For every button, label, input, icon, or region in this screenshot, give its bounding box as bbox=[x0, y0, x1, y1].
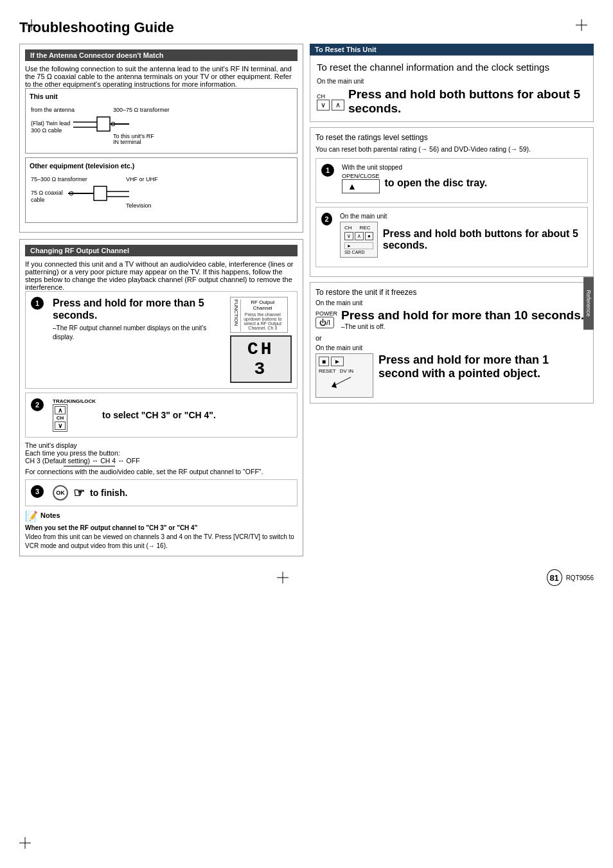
ch-display-box: CH 3 bbox=[230, 335, 292, 383]
antenna-header: If the Antenna Connector doesn't Match bbox=[25, 49, 298, 61]
page-footer: 81 RQT9056 bbox=[19, 569, 594, 586]
svg-text:VHF or UHF: VHF or UHF bbox=[126, 176, 158, 182]
ratings-description: You can reset both parental rating (→ 56… bbox=[315, 145, 588, 154]
rf-header: Changing RF Output Channel bbox=[25, 245, 298, 256]
antenna-description: Use the following connection to suit the… bbox=[25, 65, 298, 88]
ratings-step2-instruction: Press and hold both buttons for about 5 … bbox=[383, 228, 582, 251]
ch-down-btn[interactable]: ∨ bbox=[317, 100, 330, 111]
tracking-label: TRACKING/LOCK bbox=[53, 398, 96, 404]
rf-step3-content: 3 OK ☞ to finish. bbox=[31, 485, 292, 500]
unit-rec-btn[interactable]: ● bbox=[365, 232, 373, 240]
rec-label-unit: REC bbox=[360, 225, 371, 231]
notes-title: Notes bbox=[40, 511, 60, 519]
restore-section: To restore the unit if it freezes On the… bbox=[310, 282, 594, 403]
rf-step1-diagram: FUNCTION RF Output Channel Press the cha… bbox=[230, 297, 292, 383]
rf-step2: 2 TRACKING/LOCK ∧ CH ∨ bbox=[25, 393, 298, 438]
channel-reset-instruction: Press and hold both buttons for about 5 … bbox=[348, 87, 587, 117]
play-btn2[interactable]: ► bbox=[331, 357, 344, 366]
ch-up-btn[interactable]: ∧ bbox=[332, 100, 344, 111]
rf-step2-content: 2 TRACKING/LOCK ∧ CH ∨ bbox=[31, 398, 292, 432]
on-main-unit-2: On the main unit bbox=[340, 213, 582, 220]
ch-label-unit: CH bbox=[344, 225, 352, 231]
power-text-label: POWER bbox=[315, 310, 337, 317]
reset-label: RESET bbox=[319, 368, 336, 374]
ratings-step1-num: 1 bbox=[321, 164, 334, 177]
ratings-step1: 1 With the unit stopped OPEN/CLOSE ▲ to … bbox=[315, 158, 588, 203]
rf-step1-body: Press and hold for more than 5 seconds. … bbox=[53, 297, 292, 383]
channel-reset-box: To reset the channel information and the… bbox=[310, 55, 594, 122]
ratings-step1-row: 1 With the unit stopped OPEN/CLOSE ▲ to … bbox=[321, 164, 582, 193]
rf-step1-sub: –The RF output channel number displays o… bbox=[53, 324, 225, 342]
ratings-step1-body: With the unit stopped OPEN/CLOSE ▲ to op… bbox=[342, 164, 487, 193]
step1-number: 1 bbox=[31, 297, 44, 310]
pointed-instruction: Press and hold for more than 1 second wi… bbox=[378, 353, 588, 381]
power-button[interactable]: ⏻/I bbox=[315, 317, 334, 328]
rf-step1: 1 Press and hold for more than 5 seconds… bbox=[25, 291, 298, 389]
display-sequence: CH 3 (Default setting) ↔ CH 4 ↔ OFF bbox=[25, 457, 298, 465]
stop-btn[interactable]: ■ bbox=[319, 357, 329, 366]
rf-output-label: RF Output Channel bbox=[236, 299, 285, 311]
channel-reset-description: To reset the channel information and the… bbox=[317, 61, 587, 74]
unit-off-sub: –The unit is off. bbox=[341, 323, 584, 330]
stop-play-btns: ■ ► bbox=[319, 357, 370, 366]
power-hold-instruction: Press and hold for more than 10 seconds. bbox=[341, 308, 584, 323]
step3-number: 3 bbox=[31, 485, 44, 498]
antenna-section: If the Antenna Connector doesn't Match U… bbox=[19, 44, 303, 233]
svg-rect-21 bbox=[94, 186, 107, 200]
reset-header: To Reset This Unit bbox=[310, 44, 594, 55]
pointed-diagram: ■ ► RESET DV IN bbox=[315, 353, 373, 398]
svg-text:cable: cable bbox=[31, 197, 45, 203]
notes-icon: 📝 bbox=[25, 510, 38, 522]
hand-icon: ☞ bbox=[73, 485, 85, 500]
notes-section: 📝 Notes When you set the RF output chann… bbox=[25, 510, 298, 551]
rf-description: If you connected this unit and a TV with… bbox=[25, 260, 298, 291]
ok-button[interactable]: OK bbox=[53, 485, 68, 500]
open-tray-instruction: to open the disc tray. bbox=[385, 177, 488, 189]
power-group: POWER ⏻/I bbox=[315, 310, 337, 328]
ch-header-label: CH bbox=[317, 93, 344, 100]
function-device-box: FUNCTION RF Output Channel Press the cha… bbox=[230, 297, 288, 333]
or-divider: or bbox=[315, 334, 588, 342]
up-arrow[interactable]: ∧ bbox=[55, 406, 66, 414]
other-equipment-title: Other equipment (television etc.) bbox=[30, 162, 293, 170]
restore-method2: On the main unit ■ ► RESET DV IN bbox=[315, 344, 588, 398]
down-arrow[interactable]: ∨ bbox=[55, 421, 66, 430]
unit-stopped-label: With the unit stopped bbox=[342, 164, 487, 171]
power-hold-row: POWER ⏻/I Press and hold for more than 1… bbox=[315, 308, 588, 330]
unit-up-btn[interactable]: ∧ bbox=[355, 232, 364, 240]
this-unit-title: This unit bbox=[30, 93, 293, 100]
svg-text:300–75 Ω transformer: 300–75 Ω transformer bbox=[113, 107, 170, 113]
svg-text:75–300 Ω transformer: 75–300 Ω transformer bbox=[31, 176, 87, 182]
rf-section: Changing RF Output Channel If you connec… bbox=[19, 239, 303, 556]
unit-down-btn[interactable]: ∨ bbox=[344, 232, 353, 240]
channel-reset-controls: CH ∨ ∧ Press and hold both buttons for a… bbox=[317, 87, 587, 117]
svg-text:from the antenna: from the antenna bbox=[31, 107, 75, 113]
ch-control-group: CH ∨ ∧ bbox=[317, 93, 344, 111]
unit-buttons-row: ∨ ∧ ● bbox=[344, 232, 373, 240]
eject-group: OPEN/CLOSE ▲ bbox=[342, 173, 380, 193]
svg-text:(Flat) Twin lead: (Flat) Twin lead bbox=[31, 120, 70, 127]
play-btn[interactable]: ► bbox=[344, 242, 373, 249]
svg-text:75 Ω coaxial: 75 Ω coaxial bbox=[31, 190, 63, 196]
other-equipment-svg: 75–300 Ω transformer VHF or UHF 75 Ω coa… bbox=[30, 172, 171, 217]
function-label: FUNCTION bbox=[233, 299, 241, 332]
on-main-unit-3: On the main unit bbox=[315, 299, 588, 306]
ch-buttons: ∨ ∧ bbox=[317, 100, 344, 111]
rf-step2-instruction: to select "CH 3" or "CH 4". bbox=[102, 410, 216, 420]
rf-step1-text: Press and hold for more than 5 seconds. … bbox=[53, 297, 225, 342]
pointed-reset-row: ■ ► RESET DV IN Press and hol bbox=[315, 353, 588, 398]
eject-button[interactable]: ▲ bbox=[342, 179, 380, 193]
unit-top-labels: CH REC bbox=[344, 225, 373, 231]
ch-label-step2: CH bbox=[57, 415, 64, 421]
ratings-step2-body: On the main unit CH REC ∨ ∧ ● bbox=[340, 213, 582, 258]
page-number: 81 bbox=[547, 569, 562, 586]
rf-step1-instruction: Press and hold for more than 5 seconds. bbox=[53, 297, 225, 321]
pointed-object-svg bbox=[319, 374, 357, 393]
rf-step3: 3 OK ☞ to finish. bbox=[25, 479, 298, 506]
ratings-step2-row: 2 On the main unit CH REC ∨ bbox=[321, 213, 582, 258]
other-equipment-diagram: Other equipment (television etc.) 75–300… bbox=[25, 157, 298, 223]
svg-text:IN terminal: IN terminal bbox=[113, 139, 141, 145]
page-title: Troubleshooting Guide bbox=[19, 19, 594, 36]
right-column: Reference To Reset This Unit To reset th… bbox=[310, 44, 594, 563]
notes-bold: When you set the RF output channel to "C… bbox=[25, 524, 298, 533]
